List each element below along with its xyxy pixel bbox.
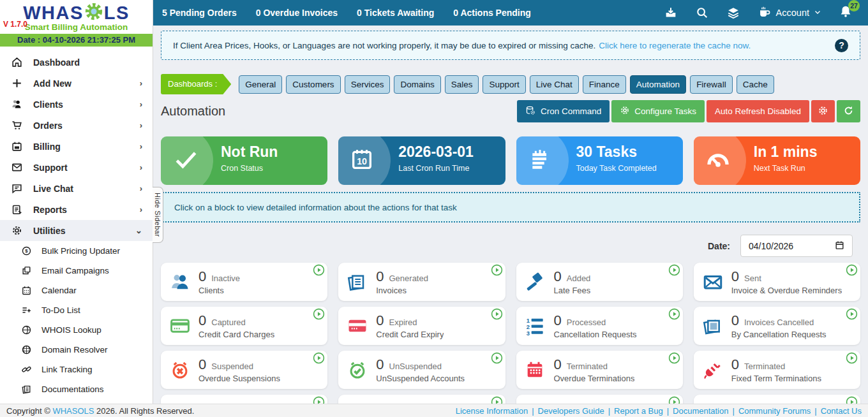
task-card-sent-red[interactable]: 0Sent [338, 395, 505, 404]
tab-finance[interactable]: Finance [583, 75, 626, 94]
task-card-late-fees[interactable]: 0AddedLate Fees [516, 263, 683, 301]
sidebar-item-whois-lookup[interactable]: WHOIS Lookup [0, 320, 153, 340]
run-task-icon[interactable] [668, 308, 680, 320]
date-input[interactable]: 04/10/2026 [740, 235, 853, 257]
numbered-list-icon: 123 [525, 316, 554, 336]
todo-list-icon [20, 305, 32, 316]
tab-services[interactable]: Services [345, 75, 391, 94]
contact-us-link[interactable]: Contact Us [821, 406, 862, 416]
task-card-generated-invoices[interactable]: 0GeneratedInvoices [338, 263, 505, 301]
cron-status-card[interactable]: Not Run Cron Status [161, 136, 327, 185]
calendar-picker-icon[interactable] [835, 240, 844, 252]
tab-domains[interactable]: Domains [394, 75, 440, 94]
run-task-icon[interactable] [313, 352, 325, 364]
tab-firewall[interactable]: Firewall [690, 75, 733, 94]
run-task-icon[interactable] [668, 396, 680, 404]
sidebar-item-domain-resolver[interactable]: Domain Resolver [0, 340, 153, 360]
task-card-credit-card-expiry[interactable]: 0ExpiredCredit Card Expiry [338, 307, 505, 345]
sidebar-item-orders[interactable]: Orders › [0, 115, 153, 136]
tab-sales[interactable]: Sales [445, 75, 479, 94]
run-task-icon[interactable] [846, 264, 858, 276]
task-list-icon [527, 147, 553, 175]
calendar-icon [20, 285, 32, 296]
refresh-button[interactable] [837, 100, 860, 122]
run-task-icon[interactable] [491, 396, 503, 404]
tab-support[interactable]: Support [483, 75, 525, 94]
run-task-icon[interactable] [491, 308, 503, 320]
documentation-link[interactable]: Documentation [673, 406, 728, 416]
notifications-bell[interactable]: 27 [839, 4, 853, 21]
task-card-fixed-term-terminations[interactable]: 0TerminatedFixed Term Terminations [694, 351, 860, 389]
sidebar-item-todo-list[interactable]: To-Do List [0, 300, 153, 320]
task-card-cancellation-requests[interactable]: 123 0ProcessedCancellation Requests [516, 307, 683, 345]
developers-guide-link[interactable]: Developers Guide [538, 406, 604, 416]
logo[interactable]: WHAS LS V 1.7.0 Smart Billing Automation [0, 0, 153, 34]
run-task-icon[interactable] [846, 352, 858, 364]
info-banner: Click on a block to view detailed inform… [161, 192, 860, 223]
sidebar-item-utilities[interactable]: Utilities ⌄ [0, 220, 153, 241]
sidebar-item-reports[interactable]: Reports › [0, 199, 153, 220]
sidebar-item-support[interactable]: Support › [0, 157, 153, 178]
run-task-icon[interactable] [668, 264, 680, 276]
hide-sidebar-toggle[interactable]: Hide Sidebar [153, 187, 163, 243]
download-icon[interactable] [664, 6, 678, 20]
task-card-domains-synced[interactable]: 0Domains Synced [694, 395, 860, 404]
svg-text:3: 3 [526, 330, 529, 336]
last-cron-run-card[interactable]: 10 2026-03-01 Last Cron Run Time [338, 136, 505, 185]
sidebar-item-add-new[interactable]: Add New › [0, 73, 153, 94]
account-menu[interactable]: Account [758, 5, 821, 21]
configure-tasks-button[interactable]: Configure Tasks [611, 100, 705, 122]
pending-orders-stat[interactable]: 5 Pending Orders [162, 8, 237, 18]
run-task-icon[interactable] [846, 308, 858, 320]
task-card-inactive-clients[interactable]: 0InactiveClients [161, 263, 327, 301]
license-information-link[interactable]: License Information [456, 406, 528, 416]
task-card-unsuspended-accounts[interactable]: 0UnSuspendedUnSuspended Accounts [338, 351, 505, 389]
logo-text-right: LS [104, 3, 130, 22]
sidebar-item-clients[interactable]: Clients › [0, 94, 153, 115]
search-icon[interactable] [695, 6, 709, 20]
task-card-credit-card-charges[interactable]: 0CapturedCredit Card Charges [161, 307, 327, 345]
help-icon[interactable]: ? [835, 39, 848, 52]
tab-general[interactable]: General [239, 75, 282, 94]
task-card-overdue-terminations[interactable]: 0TerminatedOverdue Terminations [516, 351, 683, 389]
sidebar-item-calendar[interactable]: Calendar [0, 281, 153, 300]
settings-gear-button[interactable] [811, 100, 835, 122]
layers-icon[interactable] [726, 6, 740, 20]
run-task-icon[interactable] [313, 396, 325, 404]
community-forums-link[interactable]: Community Forums [738, 406, 811, 416]
task-card-transfers-checked[interactable]: 0Transfers Checked [516, 395, 683, 404]
actions-pending-stat[interactable]: 0 Actions Pending [453, 8, 531, 18]
tickets-awaiting-stat[interactable]: 0 Tickets Awaiting [357, 8, 434, 18]
sidebar-item-documentations[interactable]: Documentations [0, 379, 153, 399]
tab-automation[interactable]: Automation [630, 75, 686, 94]
run-task-icon[interactable] [491, 352, 503, 364]
tab-customers[interactable]: Customers [286, 75, 340, 94]
report-a-bug-link[interactable]: Report a Bug [614, 406, 663, 416]
run-task-icon[interactable] [668, 352, 680, 364]
regenerate-cache-link[interactable]: Click here to regenerate the cache now. [599, 41, 751, 50]
sidebar-item-billing[interactable]: Billing › [0, 136, 153, 157]
cron-command-button[interactable]: Cron Command [517, 100, 610, 122]
sidebar-item-live-chat[interactable]: Live Chat › [0, 178, 153, 199]
run-task-icon[interactable] [313, 264, 325, 276]
task-card-invoices-cancelled[interactable]: 0Invoices CancelledBy Cancellation Reque… [694, 307, 860, 345]
sidebar-item-bulk-pricing-updater[interactable]: $ Bulk Pricing Updater [0, 241, 153, 261]
tasks-completed-card[interactable]: 30 Tasks Today Task Completed [516, 136, 683, 185]
run-task-icon[interactable] [491, 264, 503, 276]
sidebar-item-link-tracking[interactable]: Link Tracking [0, 360, 153, 379]
tab-live-chat[interactable]: Live Chat [530, 75, 579, 94]
task-card-sent-blue[interactable]: 0Sent [161, 395, 327, 404]
coffee-cup-icon [758, 5, 772, 21]
cache-notice-banner: If Client Area Prices, Hooks, or Languag… [161, 31, 860, 60]
task-card-invoice-overdue-reminders[interactable]: 0SentInvoice & Overdue Reminders [694, 263, 860, 301]
overdue-invoices-stat[interactable]: 0 Overdue Invoices [256, 8, 338, 18]
auto-refresh-button[interactable]: Auto Refresh Disabled [707, 100, 809, 122]
tab-cache[interactable]: Cache [737, 75, 774, 94]
sidebar-item-dashboard[interactable]: Dashboard [0, 52, 153, 73]
next-task-run-card[interactable]: In 1 mins Next Task Run [694, 136, 860, 185]
footer-brand-link[interactable]: WHASOLS [52, 406, 94, 416]
sidebar-item-email-campaigns[interactable]: Email Campaigns [0, 261, 153, 281]
run-task-icon[interactable] [313, 308, 325, 320]
run-task-icon[interactable] [846, 396, 858, 404]
task-card-overdue-suspensions[interactable]: 0SuspendedOverdue Suspensions [161, 351, 327, 389]
